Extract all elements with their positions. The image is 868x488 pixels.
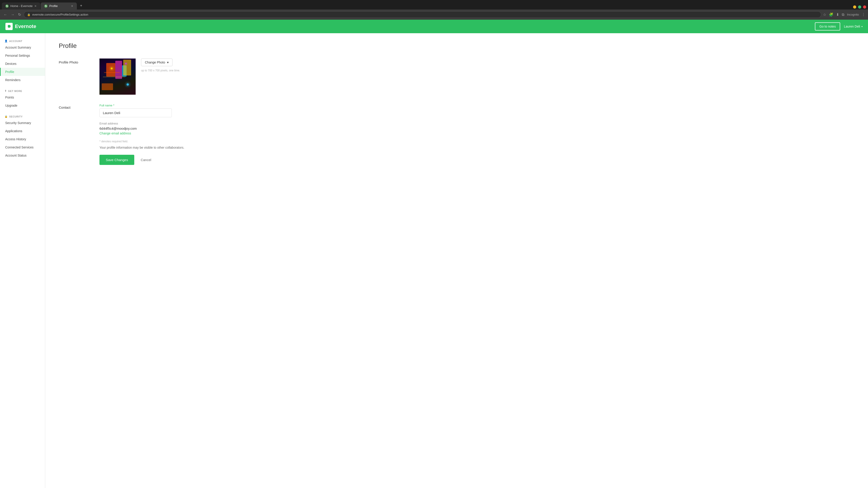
maximize-button[interactable]	[858, 5, 861, 8]
nav-actions: ☆ 🧩 ⬇ ⧉ Incognito ⋮	[823, 12, 865, 17]
photo-hint: up to 700 x 700 pixels, one time.	[141, 69, 180, 72]
browser-chrome: 🐘 Home - Evernote ✕ 🐘 Profile ✕ + ← → ↻ …	[0, 0, 868, 20]
user-menu[interactable]: Lauren Deli ▾	[844, 25, 863, 28]
action-buttons: Save Changes Cancel	[99, 155, 855, 165]
security-icon: 🔒	[4, 115, 8, 118]
page-title: Profile	[59, 42, 855, 50]
address-text: evernote.com/secure/ProfileSettings.acti…	[32, 13, 88, 16]
profile-photo-label: Profile Photo	[59, 59, 99, 95]
cancel-button[interactable]: Cancel	[136, 155, 156, 165]
profile-photo-content: Change Photo ▾ up to 700 x 700 pixels, o…	[99, 59, 855, 95]
contact-label: Contact	[59, 104, 99, 165]
user-menu-arrow: ▾	[862, 25, 863, 28]
photo-lights	[99, 59, 135, 95]
tab-new-button[interactable]: +	[77, 2, 85, 9]
account-section-label: 👤 ACCOUNT	[0, 38, 45, 43]
profile-photo-section: Profile Photo	[59, 59, 855, 95]
split-view-icon[interactable]: ⧉	[842, 13, 844, 17]
fullname-required-marker: *	[113, 104, 114, 107]
change-photo-label: Change Photo	[145, 61, 165, 64]
sidebar-item-upgrade[interactable]: Upgrade	[0, 101, 45, 109]
sidebar-item-points[interactable]: Points	[0, 93, 45, 101]
required-note: * denotes required field.	[99, 140, 855, 143]
nav-bar: ← → ↻ 🔒 evernote.com/secure/ProfileSetti…	[0, 9, 868, 20]
profile-visibility-note: Your profile information may be visible …	[99, 146, 855, 149]
incognito-label: Incognito	[847, 13, 859, 16]
app-header: Evernote Go to notes Lauren Deli ▾	[0, 20, 868, 33]
forward-button[interactable]: →	[10, 12, 16, 18]
tab-bar: 🐘 Home - Evernote ✕ 🐘 Profile ✕ +	[0, 0, 868, 9]
sidebar-section-getmore: ⬆ GET MORE Points Upgrade	[0, 88, 45, 109]
fullname-label: Full name *	[99, 104, 855, 107]
email-label: Email address	[99, 122, 855, 125]
evernote-logo-icon	[5, 23, 13, 30]
tab-home-favicon: 🐘	[5, 4, 8, 8]
window-controls	[853, 5, 866, 9]
email-value: 6d44f5c4@moodjoy.com	[99, 127, 855, 130]
evernote-logo[interactable]: Evernote	[5, 23, 36, 30]
profile-photo	[99, 59, 135, 95]
tab-profile-favicon: 🐘	[44, 4, 48, 8]
getmore-section-label: ⬆ GET MORE	[0, 88, 45, 93]
sidebar-item-account-summary[interactable]: Account Summary	[0, 43, 45, 52]
sidebar-section-account: 👤 ACCOUNT Account Summary Personal Setti…	[0, 38, 45, 84]
sidebar-item-access-history[interactable]: Access History	[0, 135, 45, 143]
lock-icon: 🔒	[27, 13, 31, 16]
change-photo-button[interactable]: Change Photo ▾	[141, 59, 173, 66]
main-content: Profile Profile Photo	[45, 33, 868, 488]
contact-section: Contact Full name * Email address 6d44f5…	[59, 104, 855, 165]
tab-profile-title: Profile	[49, 4, 58, 8]
account-icon: 👤	[4, 39, 8, 42]
fullname-group: Full name *	[99, 104, 855, 117]
sidebar-item-account-status[interactable]: Account Status	[0, 151, 45, 160]
change-email-link[interactable]: Change email address	[99, 131, 131, 135]
back-button[interactable]: ←	[3, 12, 8, 18]
tab-home[interactable]: 🐘 Home - Evernote ✕	[2, 2, 40, 9]
go-to-notes-button[interactable]: Go to notes	[815, 22, 840, 31]
change-photo-dropdown-arrow: ▾	[167, 61, 168, 64]
evernote-brand-name: Evernote	[15, 24, 36, 29]
save-changes-button[interactable]: Save Changes	[99, 155, 134, 165]
contact-content: Full name * Email address 6d44f5c4@moodj…	[99, 104, 855, 165]
menu-icon[interactable]: ⋮	[862, 12, 865, 17]
tab-profile[interactable]: 🐘 Profile ✕	[41, 2, 77, 9]
minimize-button[interactable]	[853, 5, 856, 8]
tab-home-title: Home - Evernote	[10, 4, 33, 8]
sidebar-item-personal-settings[interactable]: Personal Settings	[0, 52, 45, 60]
sidebar-section-security: 🔒 SECURITY Security Summary Applications…	[0, 113, 45, 160]
download-icon[interactable]: ⬇	[836, 12, 839, 17]
close-button[interactable]	[863, 5, 866, 8]
tab-profile-close[interactable]: ✕	[71, 4, 73, 8]
user-name: Lauren Deli	[844, 25, 860, 28]
getmore-icon: ⬆	[4, 90, 7, 92]
address-bar[interactable]: 🔒 evernote.com/secure/ProfileSettings.ac…	[24, 11, 821, 18]
bookmark-icon[interactable]: ☆	[823, 12, 826, 17]
sidebar-item-devices[interactable]: Devices	[0, 60, 45, 68]
sidebar-item-connected-services[interactable]: Connected Services	[0, 143, 45, 151]
reload-button[interactable]: ↻	[17, 11, 22, 18]
tab-home-close[interactable]: ✕	[34, 4, 37, 8]
header-actions: Go to notes Lauren Deli ▾	[815, 22, 863, 31]
extensions-icon[interactable]: 🧩	[829, 12, 833, 17]
sidebar-item-security-summary[interactable]: Security Summary	[0, 119, 45, 127]
fullname-input[interactable]	[99, 108, 172, 117]
sidebar: 👤 ACCOUNT Account Summary Personal Setti…	[0, 33, 45, 488]
sidebar-item-applications[interactable]: Applications	[0, 127, 45, 135]
email-group: Email address 6d44f5c4@moodjoy.com Chang…	[99, 122, 855, 135]
sidebar-item-profile[interactable]: Profile	[0, 68, 45, 76]
app-body: 👤 ACCOUNT Account Summary Personal Setti…	[0, 33, 868, 488]
sidebar-item-reminders[interactable]: Reminders	[0, 76, 45, 84]
change-photo-controls: Change Photo ▾ up to 700 x 700 pixels, o…	[141, 59, 180, 72]
security-section-label: 🔒 SECURITY	[0, 113, 45, 119]
